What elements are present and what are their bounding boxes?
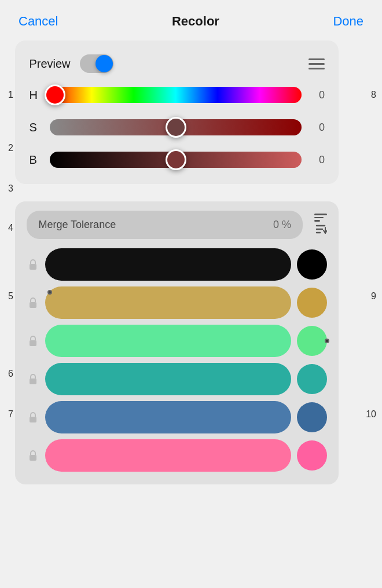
- lock-svg-1: [28, 258, 38, 271]
- lock-svg-3: [28, 335, 38, 347]
- saturation-slider-wrapper: [50, 117, 302, 138]
- lock-icon-2: [27, 296, 39, 309]
- annotation-4: 4: [8, 223, 13, 233]
- merge-tolerance-button[interactable]: Merge Tolerance 0 %: [27, 211, 303, 239]
- color-circle-6[interactable]: [297, 440, 327, 471]
- annotation-5: 5: [8, 291, 13, 302]
- color-row-6: [27, 439, 327, 472]
- color-row-3: [27, 325, 327, 357]
- color-row-5: [27, 401, 327, 433]
- brightness-knob[interactable]: [166, 149, 186, 170]
- annotation-2: 2: [8, 143, 13, 153]
- color-circle-2[interactable]: [297, 288, 327, 318]
- saturation-knob[interactable]: [166, 117, 186, 138]
- merge-tolerance-label: Merge Tolerance: [38, 219, 116, 231]
- saturation-label: S: [29, 121, 43, 134]
- menu-icon[interactable]: [308, 58, 325, 69]
- lock-icon-5: [27, 411, 39, 424]
- annotation-1: 1: [8, 90, 13, 100]
- lock-icon-3: [27, 335, 39, 347]
- sort-arrow-icon: [314, 223, 327, 236]
- color-circle-3[interactable]: [297, 326, 327, 356]
- color-circle-1[interactable]: [297, 249, 327, 280]
- lock-svg-2: [28, 296, 38, 309]
- color-bar-2[interactable]: [45, 286, 291, 319]
- header: Cancel Recolor Done: [0, 0, 382, 41]
- saturation-value: 0: [308, 122, 325, 134]
- color-section: Merge Tolerance 0 %: [15, 201, 339, 484]
- hue-slider-row: H 0: [29, 84, 325, 105]
- annotation-10: 10: [366, 409, 376, 420]
- lock-icon-4: [27, 373, 39, 385]
- saturation-track[interactable]: [50, 119, 302, 135]
- hue-value: 0: [308, 89, 325, 101]
- hue-track[interactable]: [50, 87, 302, 103]
- page-title: Recolor: [172, 14, 219, 29]
- saturation-slider-row: S 0: [29, 117, 325, 138]
- toggle-track: [80, 54, 113, 73]
- svg-rect-6: [30, 340, 36, 346]
- sort-line-1: [314, 214, 327, 215]
- done-button[interactable]: Done: [333, 14, 363, 29]
- color-bar-3[interactable]: [45, 325, 291, 357]
- preview-label: Preview: [29, 57, 70, 71]
- annotation-8: 8: [371, 90, 376, 100]
- svg-rect-8: [30, 417, 36, 422]
- annotation-dot-10: [325, 339, 329, 343]
- lock-svg-4: [28, 373, 38, 385]
- annotation-3: 3: [8, 183, 13, 194]
- brightness-value: 0: [308, 154, 325, 166]
- lock-icon-6: [27, 449, 39, 462]
- color-circle-4[interactable]: [297, 364, 327, 394]
- hue-slider-wrapper: [50, 84, 302, 105]
- annotation-6: 6: [8, 369, 13, 379]
- color-row-1: [27, 248, 327, 281]
- brightness-label: B: [29, 153, 43, 167]
- lock-svg-6: [28, 449, 38, 462]
- brightness-track[interactable]: [50, 152, 302, 168]
- lock-svg-5: [28, 411, 38, 424]
- svg-rect-4: [30, 264, 36, 270]
- annotation-7: 7: [8, 409, 13, 420]
- color-adjustment-panel: Preview H: [15, 41, 339, 184]
- annotation-9: 9: [371, 291, 376, 302]
- menu-line-2: [308, 63, 325, 65]
- preview-row: Preview: [29, 54, 325, 73]
- color-bar-4[interactable]: [45, 363, 291, 395]
- color-bar-1[interactable]: [45, 248, 291, 281]
- svg-rect-9: [30, 455, 36, 461]
- brightness-slider-row: B 0: [29, 149, 325, 170]
- preview-left: Preview: [29, 54, 113, 73]
- sort-line-2: [314, 217, 324, 219]
- toggle-knob: [95, 55, 113, 72]
- menu-line-1: [308, 58, 325, 60]
- merge-tolerance-value: 0 %: [273, 219, 291, 231]
- svg-rect-7: [30, 378, 36, 384]
- color-row-4: [27, 363, 327, 395]
- preview-toggle[interactable]: [80, 54, 113, 73]
- menu-line-3: [308, 68, 325, 69]
- color-bar-6[interactable]: [45, 439, 291, 472]
- cancel-button[interactable]: Cancel: [19, 14, 58, 29]
- svg-rect-5: [30, 302, 36, 308]
- hue-knob[interactable]: [45, 84, 65, 105]
- color-circle-5[interactable]: [297, 402, 327, 432]
- color-bar-5[interactable]: [45, 401, 291, 433]
- brightness-slider-wrapper: [50, 149, 302, 170]
- sort-line-3: [314, 220, 320, 222]
- merge-tolerance-row: Merge Tolerance 0 %: [27, 211, 327, 239]
- lock-icon-1: [27, 258, 39, 271]
- color-row-2: [27, 286, 327, 319]
- hue-label: H: [29, 89, 43, 102]
- sort-icon[interactable]: [314, 214, 327, 236]
